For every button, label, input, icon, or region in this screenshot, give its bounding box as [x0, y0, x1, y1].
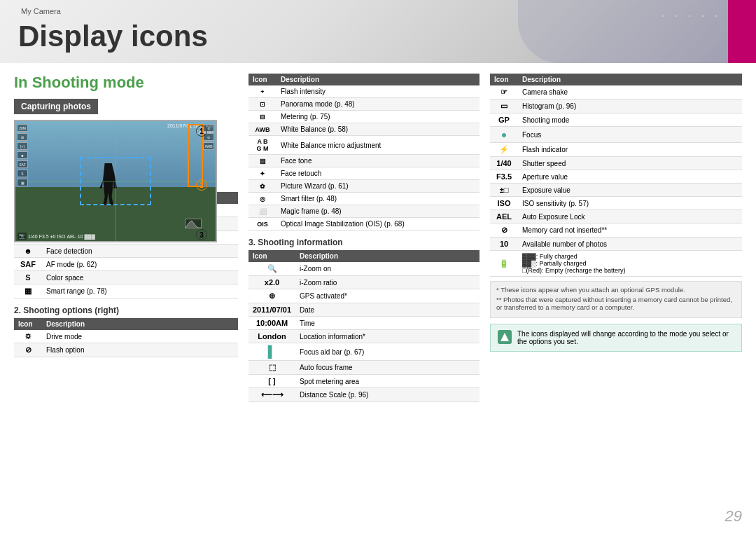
table-row: ▭Histogram (p. 96) — [490, 99, 742, 114]
vf-bottom-ev: ±0 — [50, 234, 56, 239]
mid-table: Icon Description +Flash intensity⊡Panora… — [248, 74, 479, 231]
desc-cell: Face tone — [276, 155, 479, 167]
desc-cell: Focus aid bar (p. 67) — [295, 343, 479, 361]
desc-cell: Smart filter (p. 48) — [276, 193, 479, 205]
vf-bottom-iso: ISO — [57, 234, 65, 239]
right-options-table: Icon Description ⛭Drive mode⊘Flash optio… — [14, 318, 238, 357]
table-row: AELAuto Exposure Lock — [490, 210, 742, 224]
desc-cell: Flash option — [42, 343, 238, 357]
icon-cell: AWB — [248, 123, 276, 136]
icon-cell: London — [248, 330, 295, 343]
info-col-desc: Description — [295, 250, 479, 262]
desc-cell: Flash indicator — [518, 143, 742, 157]
desc-cell: Time — [295, 317, 479, 330]
table-row: 10:00AMTime — [248, 317, 479, 330]
viewfinder: 2011/07/01 10:00AM London 20M ⊞ [+] ☻ SA… — [14, 120, 217, 242]
table-row: ●Focus — [490, 127, 742, 143]
tip-icon — [498, 330, 512, 344]
middle-column: Icon Description +Flash intensity⊡Panora… — [248, 74, 479, 529]
table-row: 🔋▓▓▓: Fully charged ▓▓░: Partially charg… — [490, 251, 742, 277]
desc-cell: Location information* — [295, 330, 479, 343]
vf-icon-size: 20M — [17, 124, 28, 132]
ann-num-3: 3 — [196, 229, 207, 240]
icon-cell: 🔋 — [490, 251, 518, 277]
table-row: ⬜Magic frame (p. 48) — [248, 205, 479, 218]
icon-cell: 🔍 — [248, 262, 295, 276]
icon-cell: OIS — [248, 218, 276, 231]
desc-cell: Drive mode — [42, 330, 238, 343]
desc-cell: Color space — [42, 271, 238, 284]
table-row: ▦Smart range (p. 78) — [14, 284, 238, 298]
table-row: ⊘Flash option — [14, 343, 238, 357]
icon-cell: 10:00AM — [248, 317, 295, 330]
desc-cell: Picture Wizard (p. 61) — [276, 180, 479, 193]
icon-cell: ⬚ — [248, 361, 295, 375]
desc-cell: Optical Image Stabilization (OIS) (p. 68… — [276, 218, 479, 231]
icon-cell: 2011/07/01 — [248, 303, 295, 317]
main-content: In Shooting mode Capturing photos 2011/0… — [0, 63, 756, 536]
vf-bottom: 📷 1/40 F3.5 ±0 ISO AEL 10 ▓▓▓ — [15, 233, 216, 240]
icon-cell: AEL — [490, 210, 518, 224]
icon-cell: + — [248, 85, 276, 98]
subsection-label: Capturing photos — [14, 99, 98, 114]
header-dots: · · · · · — [661, 7, 721, 23]
table-row: 🔍i-Zoom on — [248, 262, 479, 276]
vf-bottom-batt: ▓▓▓ — [84, 234, 94, 239]
icon-cell: A B G M — [248, 136, 276, 155]
right-col-desc: Description — [518, 74, 742, 85]
table-row: 10Available number of photos — [490, 238, 742, 251]
tip-box: The icons displayed will change accordin… — [490, 324, 742, 352]
vf-icon-smart: ▦ — [17, 179, 28, 186]
note-star2: ** Photos that were captured without ins… — [496, 296, 736, 311]
desc-cell: Distance Scale (p. 96) — [295, 388, 479, 402]
icon-cell: GP — [490, 114, 518, 127]
vf-icon-awb: AWB — [203, 142, 214, 150]
icon-cell: ✿ — [248, 180, 276, 193]
right-options-col-icon: Icon — [14, 318, 42, 330]
desc-cell: i-Zoom ratio — [295, 276, 479, 289]
table-row: ⊡Panorama mode (p. 48) — [248, 98, 479, 111]
table-row: A B G MWhite Balance micro adjustment — [248, 136, 479, 155]
table-row: ▤Face tone — [248, 155, 479, 167]
icon-cell: S — [14, 271, 42, 284]
table-row: ±□Exposure value — [490, 184, 742, 197]
desc-cell: Focus — [518, 127, 742, 143]
shooting-info: 3. Shooting information Icon Description… — [248, 238, 479, 402]
table-row: LondonLocation information* — [248, 330, 479, 343]
svg-marker-0 — [500, 333, 509, 341]
page-number: 29 — [725, 507, 742, 525]
icon-cell: ▦ — [14, 284, 42, 298]
icon-cell: 10 — [490, 238, 518, 251]
vf-left-icons: 20M ⊞ [+] ☻ SAF S ▦ — [17, 124, 28, 186]
desc-cell: Date — [295, 303, 479, 317]
table-row: x2.0i-Zoom ratio — [248, 276, 479, 289]
icon-cell: ⊡ — [248, 98, 276, 111]
icon-cell: [ ] — [248, 375, 295, 388]
annotation-1: 1 — [196, 125, 210, 137]
desc-cell: Shutter speed — [518, 157, 742, 170]
vf-bottom-count: 10 — [78, 234, 83, 239]
right-col-icon: Icon — [490, 74, 518, 85]
desc-cell: White Balance micro adjustment — [276, 136, 479, 155]
ann-num-2: 2 — [196, 179, 207, 191]
table-row: ✦Face retouch — [248, 167, 479, 180]
right-column: Icon Description ☞Camera shake▭Histogram… — [490, 74, 742, 529]
shooting-options-right: 2. Shooting options (right) Icon Descrip… — [14, 305, 238, 357]
desc-cell: Magic frame (p. 48) — [276, 205, 479, 218]
icon-cell: ⚡ — [490, 143, 518, 157]
left-column: In Shooting mode Capturing photos 2011/0… — [14, 74, 238, 529]
icon-cell: ☻ — [14, 245, 42, 258]
table-row: 1/40Shutter speed — [490, 157, 742, 170]
annotation-3: 3 — [196, 229, 210, 240]
tip-text: The icons displayed will change accordin… — [517, 330, 734, 345]
desc-cell: Metering (p. 75) — [276, 111, 479, 123]
mid-col-desc: Description — [276, 74, 479, 85]
table-row: SColor space — [14, 271, 238, 284]
icon-cell: ● — [490, 127, 518, 143]
mid-col-icon: Icon — [248, 74, 276, 85]
icon-cell: ⬜ — [248, 205, 276, 218]
desc-cell: Face detection — [42, 245, 238, 258]
icon-cell: ⊟ — [248, 111, 276, 123]
desc-cell: Available number of photos — [518, 238, 742, 251]
table-row: ⊕GPS activated* — [248, 289, 479, 303]
